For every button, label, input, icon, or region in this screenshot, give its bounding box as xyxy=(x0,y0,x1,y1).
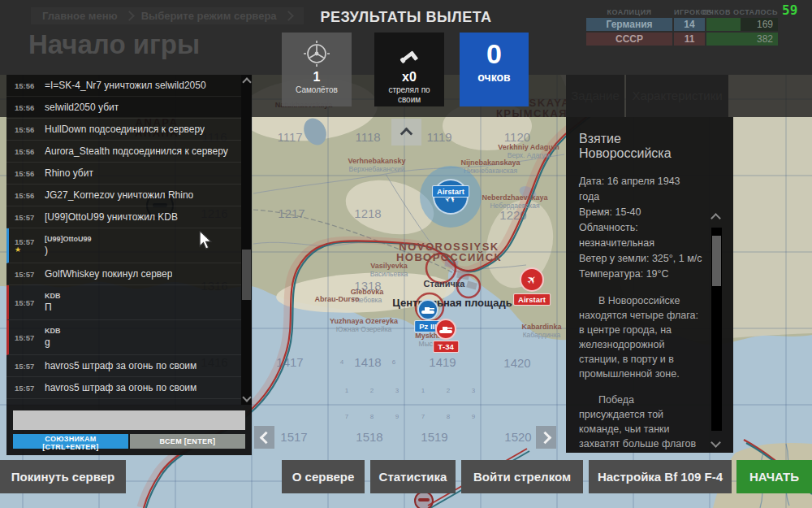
score-label: очков xyxy=(474,71,513,84)
score-value: 0 xyxy=(486,39,502,69)
signal-pistol-icon xyxy=(397,44,421,68)
chat-scrollbar-thumb[interactable] xyxy=(242,250,251,300)
send-to-allies-button[interactable]: СОЮЗНИКАМ [CTRL+ENTER] xyxy=(13,434,128,449)
scroll-down-icon[interactable] xyxy=(242,393,251,402)
chat-message: 15:56 selwild2050 убит xyxy=(6,97,252,119)
chat-message: 15:57 GolfWhiskey покинул сервер xyxy=(6,263,252,285)
chat-message: 15:57 havros5 штраф за огонь по своим xyxy=(6,377,252,399)
chat-scrollbar[interactable] xyxy=(241,75,252,405)
plane-setup-button[interactable]: Настройка Bf 109 F-4 xyxy=(589,460,732,493)
briefing-paragraph: Победа присуждается той команде, чьи тан… xyxy=(579,393,702,453)
scroll-up-icon[interactable] xyxy=(242,77,251,86)
chat-collapse-button[interactable] xyxy=(254,426,274,449)
propeller-icon xyxy=(302,39,331,68)
mission-date: Дата: 16 апреля 1943 года xyxy=(579,174,702,205)
chat-message: 15:56 Aurora_Stealth подсоединился к сер… xyxy=(6,141,252,163)
players-ussr: 11 xyxy=(674,33,705,46)
friendly-fire-label: стрелял по своим xyxy=(374,85,444,104)
scroll-up-icon[interactable] xyxy=(710,213,721,224)
mouse-cursor xyxy=(197,231,214,254)
chevron-up-icon xyxy=(400,128,413,141)
planes-label: Самолётов xyxy=(292,85,341,95)
chat-message: 15:56 Rhino убит xyxy=(6,163,252,185)
chat-message-ally: 15:57 ★ [U99]OttoU99 ) xyxy=(6,228,252,263)
chat-message: 15:56 =I=SK-4_Nr7 уничтожил selwild2050 xyxy=(6,75,252,97)
chat-input[interactable] xyxy=(13,410,245,430)
star-icon: ★ xyxy=(15,246,45,254)
statistics-button[interactable]: Статистика xyxy=(370,460,456,493)
planes-count: 1 xyxy=(313,70,321,85)
chat-panel: 15:56 =I=SK-4_Nr7 уничтожил selwild2050 … xyxy=(6,75,252,455)
mission-temperature: Температура: 19°C xyxy=(579,267,702,282)
score-card: 0 очков xyxy=(460,33,529,106)
start-button[interactable]: НАЧАТЬ xyxy=(736,460,812,493)
briefing-scrollbar[interactable] xyxy=(711,228,722,431)
briefing-scrollbar-thumb[interactable] xyxy=(712,236,721,286)
chat-message-enemy: 15:57 KDB П xyxy=(6,285,252,320)
chat-message: 15:56 HullDown подсоединился к серверу xyxy=(6,119,252,141)
points-bar-ussr: 382 xyxy=(706,33,778,46)
friendly-fire-card: х0 стрелял по своим xyxy=(374,33,444,106)
briefing-panel[interactable]: Взятие Новороссийска Дата: 16 апреля 194… xyxy=(566,117,733,453)
chat-message: 15:56 JG27_Kornezov уничтожил Rhino xyxy=(6,185,252,206)
chat-message: 15:57 havros5 штраф за огонь по своим xyxy=(6,355,252,377)
mission-wind: Ветер у земли: 325°, 1 м/с xyxy=(579,251,702,267)
panel-expand-button[interactable] xyxy=(536,426,556,449)
join-as-gunner-button[interactable]: Войти стрелком xyxy=(461,460,583,493)
coalition-ussr: СССР xyxy=(586,33,672,46)
page-title: Начало игры xyxy=(28,29,200,60)
results-title: РЕЗУЛЬТАТЫ ВЫЛЕТА xyxy=(0,9,812,26)
chat-input-area: СОЮЗНИКАМ [CTRL+ENTER] ВСЕМ [ENTER] xyxy=(6,405,252,455)
leave-server-button[interactable]: Покинуть сервер xyxy=(0,460,126,493)
send-to-all-button[interactable]: ВСЕМ [ENTER] xyxy=(130,434,245,449)
friendly-fire-count: х0 xyxy=(402,70,417,85)
mission-clouds: Облачность: незначительная xyxy=(579,220,702,251)
chevron-right-icon xyxy=(538,431,551,444)
mission-title: Взятие Новороссийска xyxy=(579,132,702,161)
mission-time: Время: 15-40 xyxy=(579,205,702,220)
chat-message: 15:57 [U99]OttoU99 уничтожил KDB xyxy=(6,206,252,228)
map-collapse-button[interactable] xyxy=(391,119,421,145)
chat-message-enemy: 15:57 KDB g xyxy=(6,320,252,355)
planes-card: 1 Самолётов xyxy=(282,33,352,106)
briefing-paragraph: В Новороссийске находятся четыре флага: … xyxy=(579,293,702,381)
scroll-down-icon[interactable] xyxy=(710,437,721,448)
about-server-button[interactable]: О сервере xyxy=(282,460,365,493)
chat-log[interactable]: 15:56 =I=SK-4_Nr7 уничтожил selwild2050 … xyxy=(6,75,252,405)
chevron-left-icon xyxy=(259,431,272,444)
